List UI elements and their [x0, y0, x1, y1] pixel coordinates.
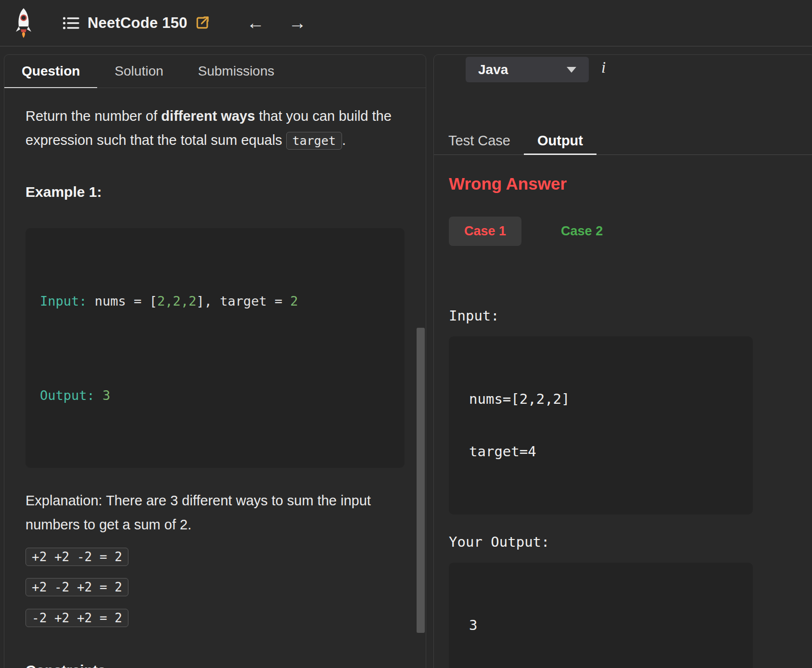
rocket-logo[interactable]	[14, 8, 33, 39]
chevron-down-icon	[567, 67, 576, 73]
verdict-text: Wrong Answer	[449, 174, 812, 193]
input-label: Input:	[449, 308, 812, 324]
back-arrow-icon[interactable]: ←	[246, 14, 264, 32]
example-explanation: Explanation: There are 3 different ways …	[25, 489, 381, 537]
list-icon	[63, 15, 80, 31]
your-output-label: Your Output:	[449, 534, 812, 550]
intro-period: .	[342, 132, 346, 148]
constraints-heading: Constraints:	[25, 658, 405, 668]
your-output-block: 3	[449, 563, 753, 668]
language-dropdown[interactable]: Java	[466, 57, 589, 82]
list-title: NeetCode 150	[88, 14, 187, 32]
intro-text: Return the number of	[25, 108, 161, 124]
question-scrollbar[interactable]	[417, 328, 425, 633]
tab-solution[interactable]: Solution	[97, 55, 180, 88]
example-input-pre: nums = [	[87, 294, 157, 308]
example-output-label: Output:	[40, 388, 95, 403]
output-section: Wrong Answer Case 1 Case 2 Input: nums=[…	[434, 155, 812, 668]
your-output-value: 3	[469, 616, 733, 635]
input-block: nums=[2,2,2] target=4	[449, 336, 753, 514]
way-code: +2 +2 -2 = 2	[25, 548, 128, 566]
example-input-line: Input: nums = [2,2,2], target = 2	[40, 290, 390, 312]
case-2-button[interactable]: Case 2	[546, 217, 618, 246]
input-line: nums=[2,2,2]	[469, 389, 733, 409]
info-icon[interactable]: i	[601, 59, 606, 77]
code-panel: 1 class Solution { 2 public int findTarg…	[433, 54, 812, 668]
example-output-space	[95, 388, 102, 403]
language-label: Java	[478, 62, 508, 77]
input-line: target=4	[469, 442, 733, 462]
example-output-value: 3	[102, 388, 110, 403]
intro-bold: different ways	[161, 108, 255, 124]
tab-submissions[interactable]: Submissions	[181, 55, 292, 88]
topbar: NeetCode 150 ← →	[0, 0, 812, 47]
way-row: +2 -2 +2 = 2	[25, 575, 405, 599]
example-input-target: 2	[290, 294, 298, 308]
target-inline-code: target	[286, 132, 342, 150]
case-buttons: Case 1 Case 2	[449, 217, 812, 246]
example-code-block: Input: nums = [2,2,2], target = 2 Output…	[25, 228, 405, 468]
nav-arrows: ← →	[246, 14, 306, 32]
way-code: -2 +2 +2 = 2	[25, 609, 128, 627]
question-body: Return the number of different ways that…	[4, 88, 426, 668]
external-link-icon[interactable]	[195, 15, 210, 30]
tab-test-case[interactable]: Test Case	[435, 127, 524, 154]
tab-output[interactable]: Output	[524, 127, 596, 154]
way-row: +2 +2 -2 = 2	[25, 545, 405, 569]
tab-question[interactable]: Question	[4, 55, 97, 88]
rocket-icon	[14, 8, 33, 39]
way-row: -2 +2 +2 = 2	[25, 606, 405, 630]
example-input-mid: ], target =	[196, 294, 290, 308]
question-panel-tabs: Question Solution Submissions	[4, 55, 426, 88]
example-input-nums: 2,2,2	[157, 294, 196, 308]
question-intro: Return the number of different ways that…	[25, 104, 392, 153]
example-input-label: Input:	[40, 294, 87, 308]
problem-list-button[interactable]: NeetCode 150	[63, 14, 210, 32]
example-heading: Example 1:	[25, 180, 405, 205]
ways-list: +2 +2 -2 = 2 +2 -2 +2 = 2 -2 +2 +2 = 2	[25, 545, 405, 630]
example-output-line: Output: 3	[40, 385, 390, 407]
forward-arrow-icon[interactable]: →	[288, 14, 306, 32]
result-tabs: Test Case Output	[434, 127, 812, 155]
question-panel: Question Solution Submissions Return the…	[4, 54, 426, 668]
way-code: +2 -2 +2 = 2	[25, 578, 128, 596]
case-1-button[interactable]: Case 1	[449, 217, 521, 246]
